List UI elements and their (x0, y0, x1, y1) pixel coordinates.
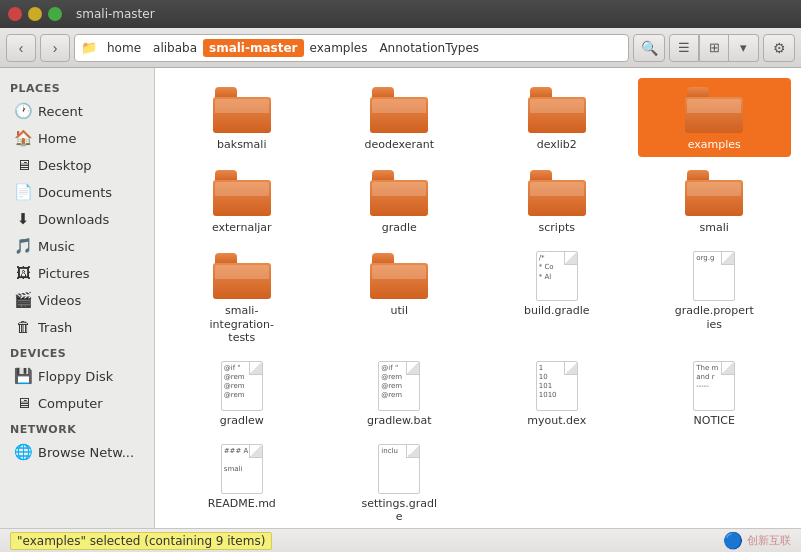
breadcrumb-item-smali-master[interactable]: smali-master (203, 39, 304, 57)
file-item[interactable]: scripts (480, 161, 634, 240)
sidebar-icon: 🖼 (14, 264, 32, 282)
file-item[interactable]: util (323, 244, 477, 350)
folder-icon (528, 170, 586, 216)
folder-icon-wrapper (527, 167, 587, 219)
file-label: gradlew.bat (367, 414, 432, 427)
sidebar-item-desktop[interactable]: 🖥Desktop (4, 152, 150, 178)
sidebar-item-browse-netw...[interactable]: 🌐Browse Netw... (4, 439, 150, 465)
file-label: smali-integration-tests (202, 304, 282, 344)
sidebar-icon: 🕐 (14, 102, 32, 120)
breadcrumb-item-alibaba[interactable]: alibaba (147, 39, 203, 57)
folder-icon (213, 170, 271, 216)
sidebar-label: Downloads (38, 212, 109, 227)
sidebar: Places 🕐Recent🏠Home🖥Desktop📄Documents⬇Do… (0, 68, 155, 528)
sidebar-label: Home (38, 131, 76, 146)
sidebar-label: Trash (38, 320, 72, 335)
file-item[interactable]: baksmali (165, 78, 319, 157)
file-icon-wrapper: @if "@rem@rem@rem (212, 360, 272, 412)
file-item[interactable]: @if "@rem@rem@rem gradlew.bat (323, 354, 477, 433)
file-icon-wrapper: 1101011010 (527, 360, 587, 412)
doc-icon: 1101011010 (536, 361, 578, 411)
folder-icon-wrapper (212, 167, 272, 219)
doc-icon: @if "@rem@rem@rem (378, 361, 420, 411)
folder-icon-wrapper (369, 84, 429, 136)
folder-icon-wrapper (212, 84, 272, 136)
folder-icon (370, 87, 428, 133)
close-button[interactable] (8, 7, 22, 21)
forward-button[interactable]: › (40, 34, 70, 62)
doc-icon: The mand r----- (693, 361, 735, 411)
breadcrumb-item-examples[interactable]: examples (304, 39, 374, 57)
back-button[interactable]: ‹ (6, 34, 36, 62)
sidebar-item-trash[interactable]: 🗑Trash (4, 314, 150, 340)
file-label: deodexerant (364, 138, 434, 151)
sidebar-item-documents[interactable]: 📄Documents (4, 179, 150, 205)
sidebar-label: Videos (38, 293, 81, 308)
sidebar-places: 🕐Recent🏠Home🖥Desktop📄Documents⬇Downloads… (0, 98, 154, 340)
places-header: Places (0, 76, 154, 97)
sidebar-item-home[interactable]: 🏠Home (4, 125, 150, 151)
file-label: baksmali (217, 138, 266, 151)
file-item[interactable]: deodexerant (323, 78, 477, 157)
breadcrumb-item-AnnotationTypes[interactable]: AnnotationTypes (373, 39, 485, 57)
folder-icon (213, 253, 271, 299)
file-label: build.gradle (524, 304, 590, 317)
main-area: Places 🕐Recent🏠Home🖥Desktop📄Documents⬇Do… (0, 68, 801, 528)
sidebar-item-floppy-disk[interactable]: 💾Floppy Disk (4, 363, 150, 389)
sidebar-icon: ⬇ (14, 210, 32, 228)
sidebar-icon: 🎬 (14, 291, 32, 309)
list-view-button[interactable]: ☰ (669, 34, 699, 62)
gear-button[interactable]: ⚙ (763, 34, 795, 62)
minimize-button[interactable] (28, 7, 42, 21)
sidebar-item-recent[interactable]: 🕐Recent (4, 98, 150, 124)
sidebar-item-computer[interactable]: 🖥Computer (4, 390, 150, 416)
doc-icon: /* * Co * Al (536, 251, 578, 301)
file-icon-wrapper: ### Asmali (212, 443, 272, 495)
file-item[interactable]: gradle (323, 161, 477, 240)
maximize-button[interactable] (48, 7, 62, 21)
folder-icon (685, 87, 743, 133)
file-grid: baksmali deodexerant dexlib2 (165, 78, 791, 528)
sidebar-item-music[interactable]: 🎵Music (4, 233, 150, 259)
file-label: myout.dex (527, 414, 586, 427)
breadcrumb-item-home[interactable]: home (101, 39, 147, 57)
file-label: README.md (208, 497, 276, 510)
file-item[interactable]: org.g gradle.properties (638, 244, 792, 350)
file-item[interactable]: The mand r----- NOTICE (638, 354, 792, 433)
sidebar-network: 🌐Browse Netw... (0, 439, 154, 465)
folder-icon-wrapper (684, 84, 744, 136)
folder-icon-wrapper (369, 250, 429, 302)
folder-icon (370, 170, 428, 216)
grid-view-button[interactable]: ⊞ (699, 34, 729, 62)
file-item[interactable]: inclu settings.gradle (323, 437, 477, 528)
devices-header: Devices (0, 341, 154, 362)
file-icon-wrapper: /* * Co * Al (527, 250, 587, 302)
sidebar-icon: 📄 (14, 183, 32, 201)
view-buttons: ☰ ⊞ ▾ (669, 34, 759, 62)
folder-icon-wrapper (212, 250, 272, 302)
sidebar-icon: 🖥 (14, 394, 32, 412)
view-dropdown-button[interactable]: ▾ (729, 34, 759, 62)
file-item[interactable]: /* * Co * Al build.gradle (480, 244, 634, 350)
file-item[interactable]: externaljar (165, 161, 319, 240)
file-label: util (391, 304, 408, 317)
file-icon-wrapper: inclu (369, 443, 429, 495)
location-bar: 📁 homealibabasmali-masterexamplesAnnotat… (74, 34, 629, 62)
watermark: 🔵 创新互联 (723, 531, 791, 550)
sidebar-item-pictures[interactable]: 🖼Pictures (4, 260, 150, 286)
file-item[interactable]: smali-integration-tests (165, 244, 319, 350)
file-item[interactable]: examples (638, 78, 792, 157)
file-label: smali (700, 221, 729, 234)
file-item[interactable]: ### Asmali README.md (165, 437, 319, 528)
file-item[interactable]: 1101011010 myout.dex (480, 354, 634, 433)
file-item[interactable]: smali (638, 161, 792, 240)
file-item[interactable]: dexlib2 (480, 78, 634, 157)
sidebar-item-downloads[interactable]: ⬇Downloads (4, 206, 150, 232)
sidebar-item-videos[interactable]: 🎬Videos (4, 287, 150, 313)
folder-icon (213, 87, 271, 133)
doc-icon: @if "@rem@rem@rem (221, 361, 263, 411)
search-button[interactable]: 🔍 (633, 34, 665, 62)
file-item[interactable]: @if "@rem@rem@rem gradlew (165, 354, 319, 433)
file-label: dexlib2 (537, 138, 577, 151)
sidebar-label: Music (38, 239, 75, 254)
